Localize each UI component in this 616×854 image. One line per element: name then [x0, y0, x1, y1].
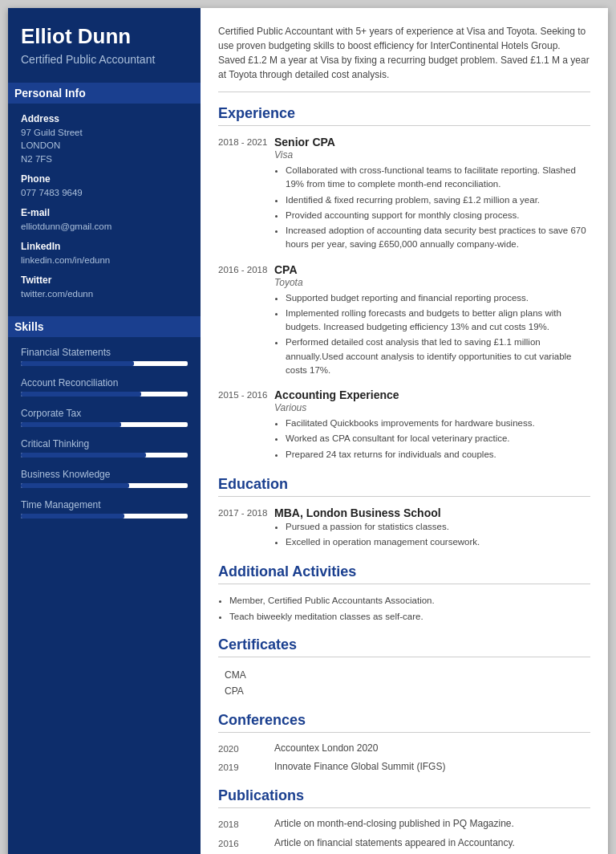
address-line1: 97 Guild Street — [21, 126, 188, 139]
bullet: Pursued a passion for statistics classes… — [286, 520, 590, 534]
certificates-heading: Certificates — [218, 636, 590, 657]
entry-dates: 2018 - 2021 — [218, 136, 274, 254]
entry-content: CPA Toyota Supported budget reporting an… — [274, 263, 590, 380]
linkedin-label: LinkedIn — [21, 241, 188, 252]
summary-text: Certified Public Accountant with 5+ year… — [218, 24, 590, 92]
bullet: Excelled in operation management coursew… — [286, 535, 590, 549]
publications-list: 2018 Article on month-end-closing publis… — [218, 818, 590, 851]
entry: 2018 - 2021 Senior CPA Visa Collaborated… — [218, 136, 590, 254]
entry-dates: 2016 - 2018 — [218, 263, 274, 380]
twitter-value: twitter.com/edunn — [21, 287, 188, 300]
publication-text: Article on month-end-closing published i… — [274, 818, 590, 832]
conference-name: Innovate Finance Global Summit (IFGS) — [274, 761, 590, 775]
conference-year: 2019 — [218, 761, 274, 775]
education-list: 2017 - 2018 MBA, London Business School … — [218, 506, 590, 551]
publication-year: 2018 — [218, 818, 274, 832]
entry-role: Accounting Experience — [274, 388, 590, 401]
skill-item: Financial Statements — [21, 347, 188, 366]
entry: 2016 - 2018 CPA Toyota Supported budget … — [218, 263, 590, 380]
entry-role: Senior CPA — [274, 136, 590, 148]
experience-list: 2018 - 2021 Senior CPA Visa Collaborated… — [218, 136, 590, 463]
bullet: Collaborated with cross-functional teams… — [286, 164, 590, 192]
skill-bar-fill — [21, 483, 129, 488]
candidate-name: Elliot Dunn — [21, 24, 188, 49]
phone-label: Phone — [21, 173, 188, 185]
skill-name: Critical Thinking — [21, 438, 188, 449]
skill-bar-bg — [21, 392, 188, 396]
address-label: Address — [21, 113, 188, 124]
publication-item: 2018 Article on month-end-closing publis… — [218, 818, 590, 832]
skill-bar-bg — [21, 361, 188, 366]
additional-heading: Additional Activities — [218, 563, 590, 584]
address-line2: LONDON — [21, 139, 188, 152]
entry-content: Accounting Experience Various Facilitate… — [274, 388, 590, 463]
bullet: Implemented rolling forecasts and budget… — [286, 307, 590, 335]
skill-item: Account Reconciliation — [21, 377, 188, 396]
certificates-list: CMACPA — [218, 667, 590, 699]
publications-section: Publications 2018 Article on month-end-c… — [218, 787, 590, 851]
skill-name: Time Management — [21, 499, 188, 510]
conference-year: 2020 — [218, 742, 274, 756]
entry-content: MBA, London Business School Pursued a pa… — [274, 506, 590, 551]
skill-bar-bg — [21, 422, 188, 427]
bullet: Facilitated Quickbooks improvements for … — [286, 417, 590, 430]
entry-dates: 2015 - 2016 — [218, 388, 274, 463]
entry-bullets: Collaborated with cross-functional teams… — [274, 164, 590, 252]
skill-name: Corporate Tax — [21, 408, 188, 419]
entry-company: Visa — [274, 149, 590, 161]
conferences-heading: Conferences — [218, 712, 590, 733]
resume-container: Elliot Dunn Certified Public Accountant … — [8, 8, 608, 854]
additional-bullet: Member, Certified Public Accountants Ass… — [229, 594, 590, 608]
personal-info-heading: Personal Info — [8, 83, 201, 104]
skill-item: Corporate Tax — [21, 408, 188, 427]
skill-bar-fill — [21, 422, 121, 427]
skill-name: Business Knowledge — [21, 469, 188, 480]
phone-value: 077 7483 9649 — [21, 186, 188, 199]
entry-company: Various — [274, 402, 590, 413]
skill-item: Time Management — [21, 499, 188, 518]
entry-bullets: Pursued a passion for statistics classes… — [274, 520, 590, 550]
skill-name: Account Reconciliation — [21, 377, 188, 388]
education-heading: Education — [218, 476, 590, 497]
experience-section: Experience 2018 - 2021 Senior CPA Visa C… — [218, 105, 590, 463]
twitter-label: Twitter — [21, 274, 188, 286]
additional-section: Additional Activities Member, Certified … — [218, 563, 590, 624]
candidate-title: Certified Public Accountant — [21, 52, 188, 67]
publication-text: Article on financial statements appeared… — [274, 837, 590, 851]
entry-company: Toyota — [274, 277, 590, 288]
address-line3: N2 7FS — [21, 152, 188, 165]
skill-name: Financial Statements — [21, 347, 188, 358]
additional-list: Member, Certified Public Accountants Ass… — [218, 594, 590, 624]
email-label: E-mail — [21, 207, 188, 218]
certificate-item: CPA — [218, 683, 590, 699]
entry-bullets: Supported budget reporting and financial… — [274, 291, 590, 378]
linkedin-value: linkedin.com/in/edunn — [21, 254, 188, 266]
entry-bullets: Facilitated Quickbooks improvements for … — [274, 417, 590, 462]
email-value: elliotdunn@gmail.com — [21, 220, 188, 233]
skill-bar-fill — [21, 392, 141, 396]
skills-list: Financial Statements Account Reconciliat… — [21, 347, 188, 518]
bullet: Identified & fixed recurring problem, sa… — [286, 193, 590, 207]
bullet: Prepared 24 tax returns for individuals … — [286, 448, 590, 462]
entry-content: Senior CPA Visa Collaborated with cross-… — [274, 136, 590, 254]
bullet: Performed detailed cost analysis that le… — [286, 336, 590, 377]
conferences-list: 2020 Accountex London 2020 2019 Innovate… — [218, 742, 590, 775]
skill-item: Critical Thinking — [21, 438, 188, 458]
bullet: Increased adoption of accounting data se… — [286, 224, 590, 252]
entry-role: CPA — [274, 263, 590, 276]
entry: 2017 - 2018 MBA, London Business School … — [218, 506, 590, 551]
skill-bar-bg — [21, 514, 188, 518]
main-content: Certified Public Accountant with 5+ year… — [201, 8, 608, 854]
publication-year: 2016 — [218, 837, 274, 851]
skill-bar-bg — [21, 453, 188, 458]
skill-bar-fill — [21, 361, 134, 366]
certificate-item: CMA — [218, 667, 590, 683]
conference-item: 2020 Accountex London 2020 — [218, 742, 590, 756]
additional-bullet: Teach biweekly meditation classes as sel… — [229, 610, 590, 624]
bullet: Provided accounting support for monthly … — [286, 209, 590, 222]
entry-role: MBA, London Business School — [274, 506, 590, 519]
bullet: Worked as CPA consultant for local veter… — [286, 432, 590, 445]
publications-heading: Publications — [218, 787, 590, 808]
skill-bar-fill — [21, 453, 146, 458]
skill-item: Business Knowledge — [21, 469, 188, 488]
